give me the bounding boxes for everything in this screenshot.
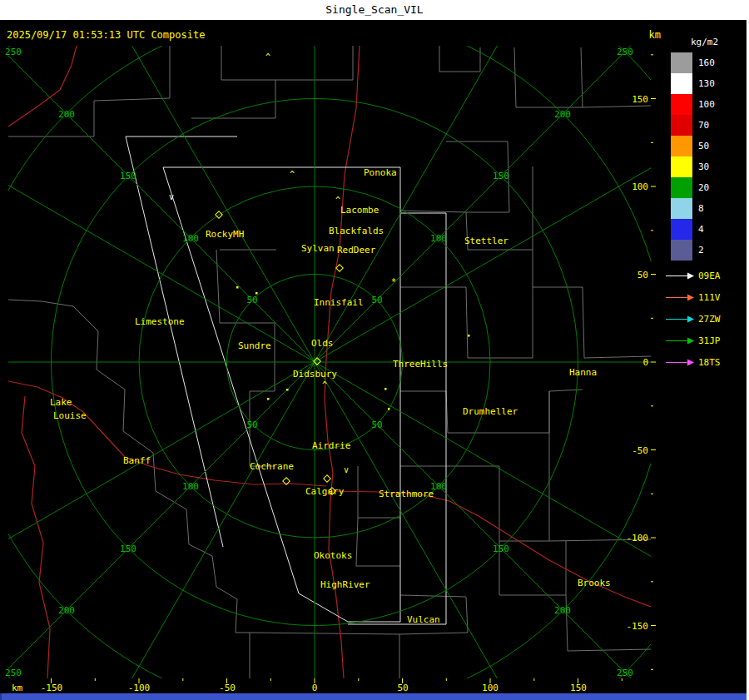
range-label: 50 bbox=[371, 420, 382, 430]
city-label: Drumheller bbox=[463, 406, 518, 417]
legend-color-swatch bbox=[671, 240, 692, 261]
city-label: HighRiver bbox=[320, 579, 370, 590]
legend-color-swatch bbox=[671, 52, 692, 73]
caret-marker-icon: ^ bbox=[290, 170, 295, 179]
legend-panel: kg/m2 16013010070503020842 09EA111V27ZW3… bbox=[664, 37, 747, 373]
legend-value: 160 bbox=[692, 57, 715, 68]
bottom-axis-tick-label: 50 bbox=[397, 683, 408, 693]
bottom-axis-unit-label: km bbox=[12, 683, 23, 693]
city-label: RedDeer bbox=[337, 245, 376, 256]
coverage-outlines bbox=[126, 137, 446, 624]
city-labels: PonokaLacombeBlackfaldsSylvanRedDeerRock… bbox=[50, 167, 611, 625]
radar-site-legend: 09EA111V27ZW31JP18TS bbox=[664, 265, 747, 373]
right-axis-tick-label: 150 bbox=[632, 94, 648, 105]
legend-value: 50 bbox=[692, 141, 709, 151]
right-axis-tick-label: -100 bbox=[627, 533, 649, 544]
range-label: 200 bbox=[554, 605, 571, 616]
city-label: Hanna bbox=[569, 367, 597, 378]
radar-site-marker-icon bbox=[336, 265, 343, 271]
city-label: Calgary bbox=[305, 486, 345, 497]
legend-value: 130 bbox=[692, 78, 715, 89]
horizontal-scrollbar[interactable] bbox=[0, 693, 749, 700]
legend-unit-label: kg/m2 bbox=[664, 37, 747, 52]
radar-id-label: 111V bbox=[695, 292, 721, 303]
city-label: Lacombe bbox=[340, 205, 379, 216]
legend-entry: 30 bbox=[664, 156, 747, 177]
range-label: 150 bbox=[120, 171, 136, 181]
legend-value: 8 bbox=[692, 203, 704, 214]
city-label: Sundre bbox=[238, 340, 271, 351]
city-label: Okotoks bbox=[314, 550, 352, 561]
vee-marker-icon: v bbox=[169, 192, 174, 201]
legend-entry: 2 bbox=[664, 240, 747, 261]
radar-id-label: 27ZW bbox=[695, 314, 721, 325]
city-label: Strathmore bbox=[379, 489, 434, 499]
radar-arrow-icon bbox=[665, 271, 695, 280]
range-label: 250 bbox=[5, 47, 22, 57]
town-dot-marker-icon bbox=[384, 388, 387, 390]
legend-entry: 20 bbox=[664, 177, 747, 198]
bottom-axis-tick-label: -50 bbox=[219, 683, 236, 693]
radar-arrow-icon bbox=[665, 336, 695, 345]
legend-entry: 100 bbox=[664, 94, 747, 115]
city-label: ThreeHills bbox=[393, 359, 448, 370]
azimuth-spokes bbox=[0, 0, 749, 700]
range-label: 250 bbox=[617, 47, 633, 57]
range-label: 50 bbox=[246, 295, 257, 305]
caret-marker-icon: ^ bbox=[265, 52, 270, 62]
range-label: 100 bbox=[430, 233, 447, 244]
range-label: 100 bbox=[182, 481, 199, 492]
city-label: Limestone bbox=[135, 316, 185, 327]
bottom-axis-tick-label: -100 bbox=[128, 683, 151, 693]
range-label: 100 bbox=[182, 233, 199, 244]
legend-color-swatch bbox=[671, 136, 692, 156]
city-label: Louise bbox=[53, 410, 87, 421]
legend-color-swatch bbox=[671, 115, 692, 136]
city-label: Sylvan bbox=[301, 243, 335, 254]
radar-legend-row: 111V bbox=[664, 286, 747, 308]
radar-legend-row: 09EA bbox=[664, 265, 747, 286]
range-label: 50 bbox=[246, 420, 257, 430]
asterisk-marker-icon: * bbox=[391, 277, 396, 286]
city-label: Cochrane bbox=[250, 461, 294, 472]
range-label: 200 bbox=[554, 109, 571, 120]
city-label: Innisfail bbox=[314, 297, 364, 308]
town-dot-marker-icon bbox=[236, 286, 239, 289]
bottom-axis-tick-label: 0 bbox=[312, 683, 318, 693]
legend-color-swatch bbox=[671, 73, 692, 94]
town-dot-marker-icon bbox=[468, 335, 470, 337]
range-label: 150 bbox=[493, 544, 509, 554]
legend-entry: 8 bbox=[664, 198, 747, 219]
legend-entry: 160 bbox=[664, 52, 747, 73]
legend-color-swatch bbox=[671, 94, 692, 115]
city-label: Lake bbox=[50, 397, 72, 408]
bottom-axis-tick-label: 150 bbox=[570, 683, 587, 693]
range-label: 200 bbox=[58, 109, 75, 120]
radar-id-label: 18TS bbox=[695, 357, 721, 368]
town-dot-marker-icon bbox=[267, 398, 270, 400]
radar-arrow-icon bbox=[665, 358, 695, 367]
city-label: Banff bbox=[123, 455, 151, 466]
legend-entry: 70 bbox=[664, 115, 747, 136]
radar-arrow-icon bbox=[665, 315, 695, 324]
city-label: Airdrie bbox=[312, 440, 350, 451]
city-label: Ponoka bbox=[364, 167, 397, 178]
right-axis-tick-label: -50 bbox=[632, 445, 648, 456]
radar-legend-row: 18TS bbox=[664, 351, 747, 373]
radar-site-marker-icon bbox=[324, 475, 330, 482]
range-label: 150 bbox=[493, 171, 509, 181]
town-dot-marker-icon bbox=[388, 408, 390, 410]
legend-entry: 130 bbox=[664, 73, 747, 94]
town-dot-marker-icon bbox=[286, 389, 289, 391]
legend-value: 20 bbox=[692, 182, 709, 193]
city-label: Olds bbox=[311, 338, 334, 349]
map-layers bbox=[0, 0, 749, 700]
caret-marker-icon: ^ bbox=[335, 196, 340, 205]
legend-value: 70 bbox=[692, 120, 709, 131]
legend-color-swatch bbox=[671, 219, 692, 240]
vee-marker-icon: v bbox=[344, 465, 349, 474]
city-label: Brooks bbox=[578, 578, 611, 588]
color-scale: 16013010070503020842 bbox=[664, 52, 747, 261]
caret-marker-icon: ^ bbox=[322, 380, 327, 390]
city-label: RockyMH bbox=[206, 229, 244, 240]
